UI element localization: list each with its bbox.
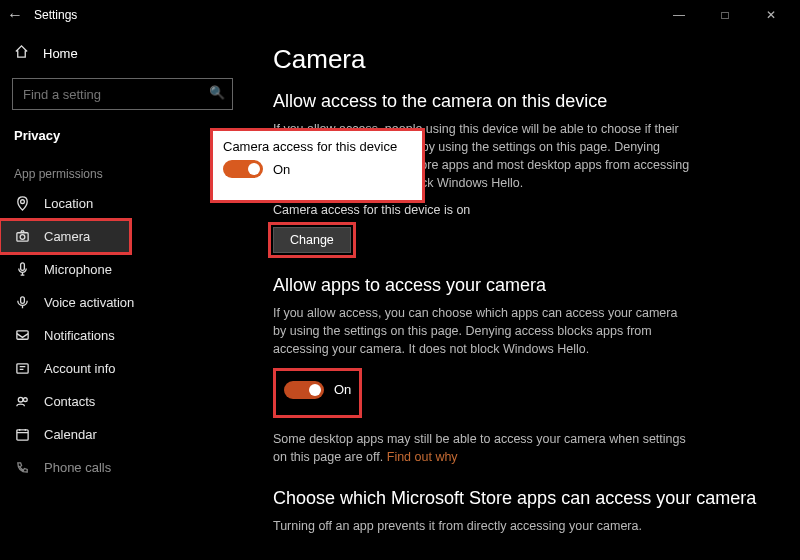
home-icon: [14, 44, 29, 62]
camera-access-popup: Camera access for this device On: [210, 128, 425, 203]
desktop-note: Some desktop apps may still be able to a…: [273, 430, 693, 466]
section-heading: Choose which Microsoft Store apps can ac…: [273, 488, 772, 509]
sidebar-item-calendar[interactable]: Calendar: [0, 418, 245, 451]
svg-point-6: [18, 397, 23, 402]
search-input[interactable]: [12, 78, 233, 110]
sidebar-item-label: Account info: [44, 361, 116, 376]
account-icon: [14, 361, 30, 376]
group-label: App permissions: [0, 153, 245, 187]
change-button[interactable]: Change: [273, 227, 351, 253]
voice-icon: [14, 295, 30, 310]
phone-icon: [14, 460, 30, 475]
page-title: Camera: [273, 44, 772, 75]
sidebar-item-location[interactable]: Location: [0, 187, 245, 220]
titlebar: ← Settings — □ ✕: [0, 0, 800, 30]
sidebar-item-phone-calls[interactable]: Phone calls: [0, 451, 245, 484]
section-heading: Allow access to the camera on this devic…: [273, 91, 772, 112]
toggle-state-label: On: [334, 382, 351, 397]
svg-point-7: [23, 398, 27, 402]
find-out-why-link[interactable]: Find out why: [387, 450, 458, 464]
calendar-icon: [14, 427, 30, 442]
content-pane: Camera Allow access to the camera on thi…: [245, 30, 800, 560]
window-title: Settings: [34, 8, 77, 22]
back-button[interactable]: ←: [6, 6, 24, 24]
apps-access-toggle[interactable]: [284, 381, 324, 399]
svg-rect-5: [16, 364, 27, 373]
sidebar-item-camera[interactable]: Camera: [0, 220, 130, 253]
sidebar-item-notifications[interactable]: Notifications: [0, 319, 245, 352]
sidebar-item-label: Voice activation: [44, 295, 134, 310]
home-label: Home: [43, 46, 78, 61]
section-app-access: Allow apps to access your camera If you …: [273, 275, 772, 467]
notifications-icon: [14, 328, 30, 343]
sidebar-item-label: Notifications: [44, 328, 115, 343]
section-choose-apps: Choose which Microsoft Store apps can ac…: [273, 488, 772, 535]
section-body: Turning off an app prevents it from dire…: [273, 517, 693, 535]
location-icon: [14, 196, 30, 211]
sidebar-item-label: Location: [44, 196, 93, 211]
sidebar-item-microphone[interactable]: Microphone: [0, 253, 245, 286]
sidebar-item-label: Phone calls: [44, 460, 111, 475]
microphone-icon: [14, 262, 30, 277]
svg-rect-2: [20, 263, 24, 271]
popup-title: Camera access for this device: [223, 139, 412, 154]
device-access-status: Camera access for this device is on: [273, 203, 772, 217]
minimize-button[interactable]: —: [656, 0, 702, 30]
device-access-toggle[interactable]: [223, 160, 263, 178]
sidebar-item-account-info[interactable]: Account info: [0, 352, 245, 385]
category-label: Privacy: [0, 120, 245, 153]
sidebar-item-label: Calendar: [44, 427, 97, 442]
search-icon: 🔍: [209, 85, 225, 100]
section-body: If you allow access, you can choose whic…: [273, 304, 693, 358]
sidebar-item-label: Contacts: [44, 394, 95, 409]
sidebar: Home 🔍 Privacy App permissions Location …: [0, 30, 245, 560]
sidebar-item-label: Camera: [44, 229, 90, 244]
section-heading: Allow apps to access your camera: [273, 275, 772, 296]
svg-rect-3: [20, 297, 24, 304]
contacts-icon: [14, 394, 30, 409]
sidebar-item-contacts[interactable]: Contacts: [0, 385, 245, 418]
camera-icon: [14, 229, 30, 244]
svg-rect-8: [16, 430, 27, 440]
toggle-state-label: On: [273, 162, 290, 177]
sidebar-item-label: Microphone: [44, 262, 112, 277]
sidebar-item-voice-activation[interactable]: Voice activation: [0, 286, 245, 319]
maximize-button[interactable]: □: [702, 0, 748, 30]
home-nav[interactable]: Home: [0, 36, 245, 70]
svg-point-1: [20, 235, 25, 240]
close-button[interactable]: ✕: [748, 0, 794, 30]
